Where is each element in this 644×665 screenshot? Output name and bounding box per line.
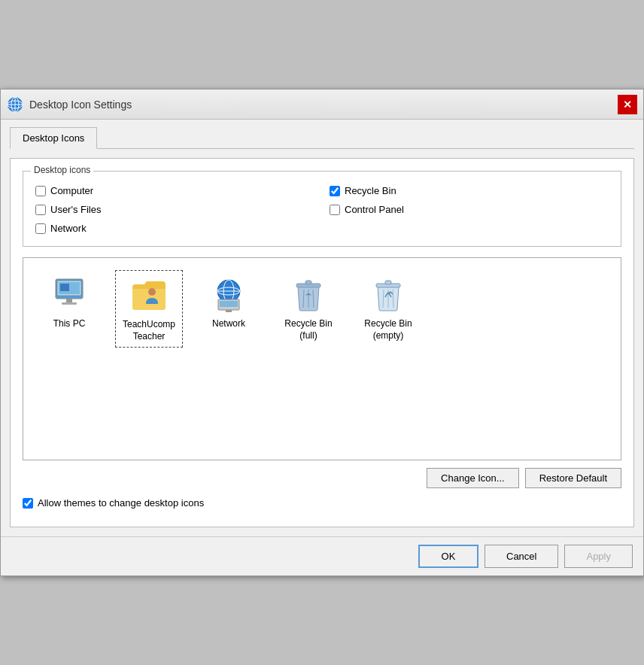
svg-rect-21 [305, 281, 311, 284]
close-button[interactable]: ✕ [618, 95, 637, 114]
app-icon [7, 96, 23, 113]
checkbox-network[interactable] [35, 223, 46, 234]
ok-button[interactable]: OK [418, 545, 478, 568]
dialog-body: Desktop Icons Desktop icons Computer [1, 120, 643, 536]
title-bar-left: Desktop Icon Settings [7, 96, 132, 113]
network-icon [209, 275, 248, 314]
icon-item-this-pc[interactable]: This PC [35, 270, 103, 335]
icon-label-recycle-empty: Recycle Bin(empty) [364, 318, 412, 342]
cancel-button[interactable]: Cancel [485, 545, 558, 568]
icon-label-recycle-full: Recycle Bin(full) [284, 318, 332, 342]
checkbox-network-label: Network [50, 223, 87, 234]
allow-themes-checkbox-item[interactable]: Allow themes to change desktop icons [23, 497, 204, 509]
checkbox-controlpanel[interactable] [330, 205, 340, 215]
checkbox-item-network[interactable]: Network [35, 223, 314, 234]
checkbox-item-recyclebin[interactable]: Recycle Bin [330, 185, 609, 196]
dialog-desktop-icon-settings: Desktop Icon Settings ✕ Desktop Icons De… [0, 89, 644, 576]
svg-rect-26 [385, 281, 391, 284]
content-area: Desktop icons Computer Recycle Bin [10, 158, 634, 527]
checkbox-grid: Computer Recycle Bin User's Files [35, 185, 609, 234]
group-box-label: Desktop icons [31, 165, 93, 175]
allow-themes-label: Allow themes to change desktop icons [38, 497, 204, 509]
checkbox-recyclebin[interactable] [330, 186, 340, 196]
svg-rect-19 [226, 310, 232, 312]
title-bar: Desktop Icon Settings ✕ [1, 90, 643, 120]
checkbox-item-userfiles[interactable]: User's Files [35, 204, 314, 215]
icon-label-teachucomp: TeachUcompTeacher [123, 319, 175, 342]
tab-bar: Desktop Icons [10, 127, 634, 149]
allow-themes-row: Allow themes to change desktop icons [23, 497, 621, 509]
teachucomp-icon [129, 275, 169, 314]
icon-label-this-pc: This PC [53, 318, 86, 330]
this-pc-icon [50, 275, 89, 314]
checkbox-userfiles[interactable] [35, 205, 46, 215]
icon-item-teachucomp[interactable]: TeachUcompTeacher [115, 270, 183, 348]
change-icon-button[interactable]: Change Icon... [427, 468, 519, 488]
allow-themes-checkbox[interactable] [23, 498, 33, 509]
icon-item-recycle-empty[interactable]: Recycle Bin(empty) [354, 270, 422, 346]
apply-button[interactable]: Apply [564, 545, 633, 568]
checkbox-controlpanel-label: Control Panel [345, 204, 404, 215]
dialog-title: Desktop Icon Settings [29, 99, 132, 111]
tab-desktop-icons[interactable]: Desktop Icons [10, 127, 97, 149]
icon-action-buttons: Change Icon... Restore Default [23, 468, 621, 488]
recycle-bin-full-icon [289, 275, 328, 314]
checkbox-computer[interactable] [35, 186, 46, 196]
checkbox-computer-label: Computer [50, 185, 93, 196]
svg-point-12 [148, 288, 156, 296]
checkbox-item-controlpanel[interactable]: Control Panel [330, 204, 609, 215]
svg-rect-8 [62, 302, 77, 305]
icon-list-box: This PC TeachUcompTeacher [23, 257, 621, 460]
recycle-bin-empty-icon [369, 275, 408, 314]
checkbox-recyclebin-label: Recycle Bin [345, 185, 396, 196]
desktop-icons-group: Desktop icons Computer Recycle Bin [23, 171, 621, 247]
restore-default-button[interactable]: Restore Default [525, 468, 621, 488]
checkbox-userfiles-label: User's Files [50, 204, 102, 215]
icon-item-network[interactable]: Network [195, 270, 263, 335]
icon-label-network: Network [212, 318, 245, 330]
svg-rect-10 [60, 284, 69, 291]
bottom-buttons: OK Cancel Apply [1, 536, 643, 575]
checkbox-item-computer[interactable]: Computer [35, 185, 314, 196]
svg-rect-18 [220, 301, 238, 307]
icon-item-recycle-full[interactable]: Recycle Bin(full) [275, 270, 342, 346]
